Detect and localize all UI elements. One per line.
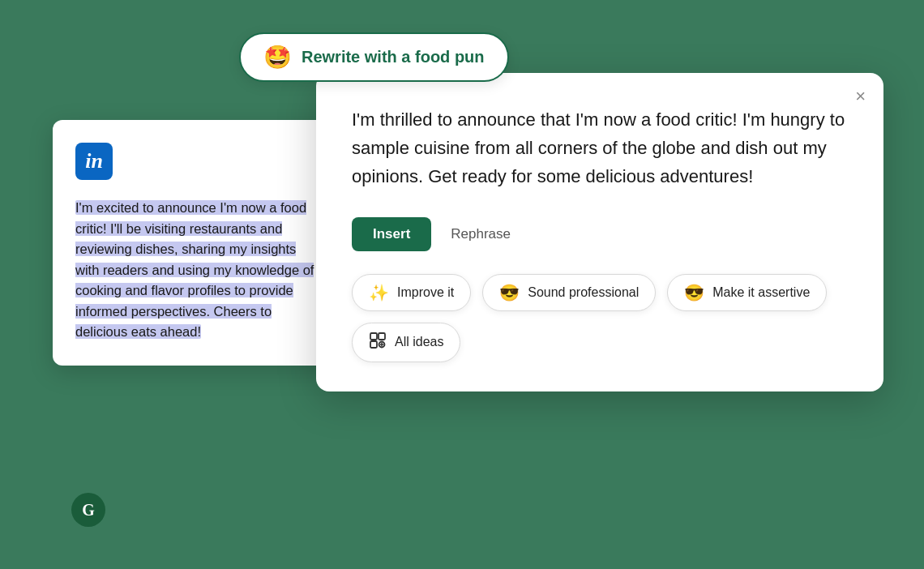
improve-it-icon: ✨ — [369, 283, 389, 302]
linkedin-logo: in — [75, 143, 113, 180]
chip-sound-professional-label: Sound professional — [528, 285, 639, 300]
linkedin-logo-text: in — [85, 149, 103, 173]
linkedin-card: in I'm excited to announce I'm now a foo… — [53, 120, 344, 366]
chip-improve-it-label: Improve it — [397, 285, 454, 300]
svg-rect-2 — [370, 341, 377, 348]
insert-button[interactable]: Insert — [352, 217, 431, 251]
action-row: Insert Rephrase — [352, 217, 848, 251]
main-card-body: I'm thrilled to announce that I'm now a … — [352, 105, 848, 191]
rephrase-button[interactable]: Rephrase — [451, 226, 511, 242]
make-assertive-icon: 😎 — [684, 283, 704, 302]
main-popup-card: × I'm thrilled to announce that I'm now … — [316, 73, 883, 391]
chip-sound-professional[interactable]: 😎 Sound professional — [482, 274, 656, 311]
svg-rect-1 — [379, 333, 385, 340]
chip-make-assertive-label: Make it assertive — [712, 285, 810, 300]
suggestion-chips: ✨ Improve it 😎 Sound professional 😎 Make… — [352, 274, 848, 362]
grammarly-logo-text: G — [82, 501, 95, 520]
grammarly-badge: G — [71, 493, 105, 527]
svg-rect-0 — [370, 333, 377, 340]
chip-make-assertive[interactable]: 😎 Make it assertive — [667, 274, 827, 311]
linkedin-post-text: I'm excited to announce I'm now a food c… — [75, 198, 322, 343]
all-ideas-icon — [369, 332, 387, 353]
chip-all-ideas-label: All ideas — [395, 335, 443, 349]
sound-professional-icon: 😎 — [499, 283, 520, 302]
rewrite-bubble-icon: 🤩 — [263, 44, 292, 71]
highlighted-text-1: I'm excited to announce I'm now a food c… — [75, 200, 314, 339]
chip-all-ideas[interactable]: All ideas — [352, 323, 460, 362]
rewrite-bubble-label: Rewrite with a food pun — [302, 48, 485, 66]
rewrite-bubble: 🤩 Rewrite with a food pun — [239, 32, 509, 82]
close-button[interactable]: × — [855, 88, 866, 105]
chip-improve-it[interactable]: ✨ Improve it — [352, 274, 471, 311]
